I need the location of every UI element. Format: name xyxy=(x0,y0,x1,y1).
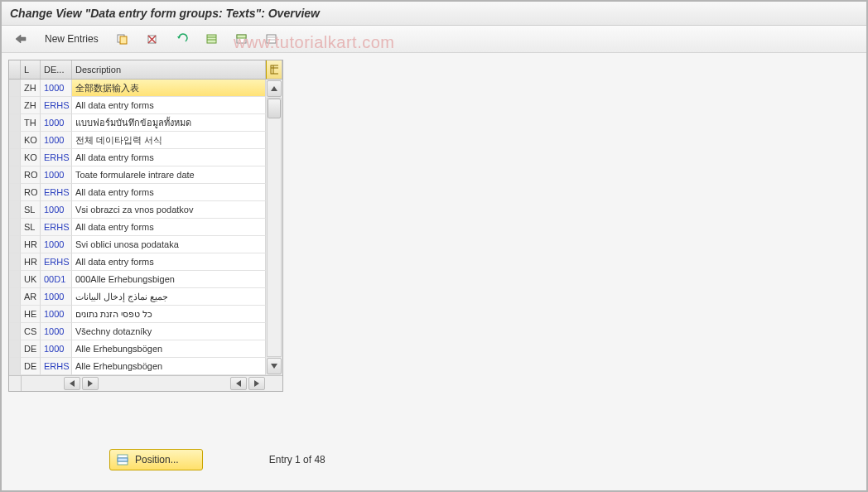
col-language[interactable]: L xyxy=(21,60,41,79)
scroll-left-end-button[interactable] xyxy=(230,377,247,390)
row-selector[interactable] xyxy=(9,166,21,184)
scroll-thumb[interactable] xyxy=(268,99,281,118)
row-selector[interactable] xyxy=(9,149,21,166)
table-row[interactable]: HRERHSAll data entry forms xyxy=(9,253,266,271)
scroll-right-button[interactable] xyxy=(82,377,99,390)
table-row[interactable]: HR1000Svi oblici unosa podataka xyxy=(9,236,266,253)
cell-description[interactable]: جميع نماذج إدخال البيانات xyxy=(72,288,266,306)
cell-language: AR xyxy=(21,288,41,306)
cell-language: DE xyxy=(21,340,41,358)
table-row[interactable]: RO1000Toate formularele intrare date xyxy=(9,166,266,184)
row-selector[interactable] xyxy=(9,271,21,288)
cell-language: HE xyxy=(21,306,41,323)
cell-description[interactable]: All data entry forms xyxy=(72,253,266,271)
row-selector[interactable] xyxy=(9,201,21,219)
toggle-button[interactable] xyxy=(8,29,33,49)
cell-description[interactable]: All data entry forms xyxy=(72,97,266,114)
table-row[interactable]: CS1000Všechny dotazníky xyxy=(9,323,266,340)
position-label: Position... xyxy=(135,454,179,465)
cell-de: 1000 xyxy=(41,80,72,97)
row-selector[interactable] xyxy=(9,340,21,358)
row-selector[interactable] xyxy=(9,97,21,114)
delete-button[interactable] xyxy=(140,29,165,49)
horizontal-scrollbar[interactable] xyxy=(9,375,282,391)
table-header-row: L DE... Description xyxy=(9,60,282,80)
cell-language: SL xyxy=(21,219,41,236)
cell-de: ERHS xyxy=(41,253,72,271)
row-selector[interactable] xyxy=(9,306,21,323)
cell-description[interactable]: Alle Erhebungsbögen xyxy=(72,340,266,358)
cell-language: DE xyxy=(21,358,41,375)
deselect-all-button[interactable] xyxy=(259,29,284,49)
cell-language: HR xyxy=(21,253,41,271)
cell-description[interactable]: Vsi obrazci za vnos podatkov xyxy=(72,201,266,219)
row-selector[interactable] xyxy=(9,288,21,306)
table-row[interactable]: TH1000แบบฟอร์มบันทึกข้อมูลทั้งหมด xyxy=(9,114,266,132)
select-all-button[interactable] xyxy=(200,29,224,49)
cell-description[interactable]: 전체 데이타입력 서식 xyxy=(72,132,266,149)
undo-button[interactable] xyxy=(170,29,195,49)
entry-counter: Entry 1 of 48 xyxy=(269,454,326,465)
cell-description[interactable]: แบบฟอร์มบันทึกข้อมูลทั้งหมด xyxy=(72,114,266,132)
scroll-up-button[interactable] xyxy=(267,80,282,97)
app-window: Change View "Data entry form groups: Tex… xyxy=(0,0,868,492)
vertical-scrollbar[interactable] xyxy=(266,80,282,375)
row-selector[interactable] xyxy=(9,132,21,149)
table-row[interactable]: SL1000Vsi obrazci za vnos podatkov xyxy=(9,201,266,219)
cell-description[interactable]: Svi oblici unosa podataka xyxy=(72,236,266,253)
cell-description[interactable]: All data entry forms xyxy=(72,184,266,201)
cell-language: SL xyxy=(21,201,41,219)
scroll-track[interactable] xyxy=(267,98,282,357)
cell-description[interactable]: All data entry forms xyxy=(72,219,266,236)
svg-rect-13 xyxy=(271,65,278,74)
cell-de: 1000 xyxy=(41,323,72,340)
scroll-down-button[interactable] xyxy=(267,358,282,374)
svg-rect-19 xyxy=(118,458,128,461)
table-row[interactable]: HE1000כל טפסי הזנת נתונים xyxy=(9,306,266,323)
table-row[interactable]: AR1000جميع نماذج إدخال البيانات xyxy=(9,288,266,306)
cell-de: 1000 xyxy=(41,288,72,306)
toolbar: New Entries xyxy=(2,26,866,53)
cell-de: 1000 xyxy=(41,306,72,323)
new-entries-button[interactable]: New Entries xyxy=(38,30,105,48)
table-row[interactable]: KO1000전체 데이타입력 서식 xyxy=(9,132,266,149)
scroll-left-button[interactable] xyxy=(64,377,80,390)
cell-description[interactable]: 000Alle Erhebungsbigen xyxy=(72,271,266,288)
select-block-button[interactable] xyxy=(229,29,254,49)
table-row[interactable]: ZHERHSAll data entry forms xyxy=(9,97,266,114)
cell-de: 1000 xyxy=(41,114,72,132)
cell-description[interactable]: All data entry forms xyxy=(72,149,266,166)
table-row[interactable]: ZH1000全部数据输入表 xyxy=(9,80,266,97)
position-button[interactable]: Position... xyxy=(109,449,203,470)
row-selector[interactable] xyxy=(9,323,21,340)
page-title: Change View "Data entry form groups: Tex… xyxy=(2,2,866,26)
scroll-right-end-button[interactable] xyxy=(248,377,265,390)
table-row[interactable]: ROERHSAll data entry forms xyxy=(9,184,266,201)
row-selector[interactable] xyxy=(9,236,21,253)
cell-description[interactable]: כל טפסי הזנת נתונים xyxy=(72,306,266,323)
row-selector[interactable] xyxy=(9,80,21,97)
cell-description[interactable]: Všechny dotazníky xyxy=(72,323,266,340)
cell-language: RO xyxy=(21,184,41,201)
col-description[interactable]: Description xyxy=(72,60,266,79)
row-selector[interactable] xyxy=(9,219,21,236)
table-row[interactable]: DE1000Alle Erhebungsbögen xyxy=(9,340,266,358)
row-selector[interactable] xyxy=(9,114,21,132)
table-row[interactable]: UK00D1000Alle Erhebungsbigen xyxy=(9,271,266,288)
cell-description[interactable]: Alle Erhebungsbögen xyxy=(72,358,266,375)
cell-de: 1000 xyxy=(41,132,72,149)
cell-description[interactable]: 全部数据输入表 xyxy=(72,80,266,97)
copy-as-button[interactable] xyxy=(110,29,135,49)
table-settings-button[interactable] xyxy=(266,60,282,79)
row-selector[interactable] xyxy=(9,253,21,271)
table-row[interactable]: KOERHSAll data entry forms xyxy=(9,149,266,166)
col-select[interactable] xyxy=(9,60,21,79)
cell-language: CS xyxy=(21,323,41,340)
table-row[interactable]: SLERHSAll data entry forms xyxy=(9,219,266,236)
col-de[interactable]: DE... xyxy=(41,60,72,79)
row-selector[interactable] xyxy=(9,358,21,375)
row-selector[interactable] xyxy=(9,184,21,201)
svg-rect-1 xyxy=(120,36,127,44)
table-row[interactable]: DEERHSAlle Erhebungsbögen xyxy=(9,358,266,375)
cell-description[interactable]: Toate formularele intrare date xyxy=(72,166,266,184)
